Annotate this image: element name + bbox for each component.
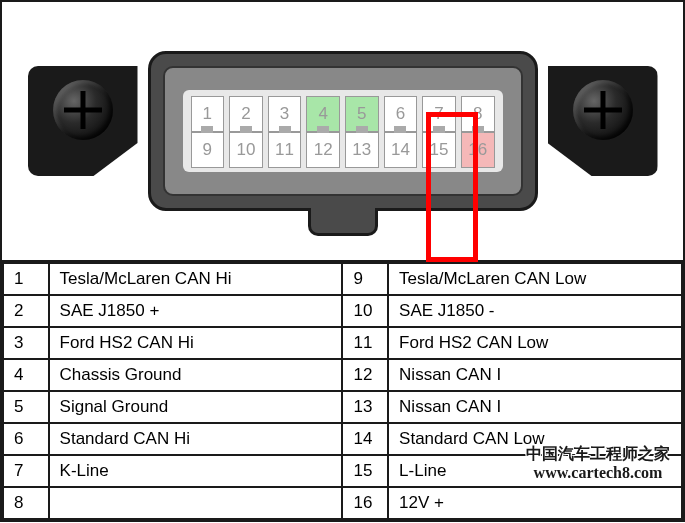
pin-description: Chassis Ground bbox=[49, 359, 343, 391]
pin-description: Ford HS2 CAN Hi bbox=[49, 327, 343, 359]
pin-11: 11 bbox=[268, 132, 302, 168]
pin-9: 9 bbox=[191, 132, 225, 168]
pin-number: 1 bbox=[3, 263, 49, 295]
pin-description bbox=[49, 487, 343, 519]
pin-description: Nissan CAN I bbox=[388, 359, 682, 391]
pin-description: Ford HS2 CAN Low bbox=[388, 327, 682, 359]
pin-description: K-Line bbox=[49, 455, 343, 487]
pin-number: 9 bbox=[342, 263, 388, 295]
pin-number: 8 bbox=[3, 487, 49, 519]
obd-connector: 12345678 910111213141516 bbox=[148, 51, 538, 211]
table-row: 2SAE J1850 +10SAE J1850 - bbox=[3, 295, 682, 327]
watermark-text-2: www.cartech8.com bbox=[534, 464, 663, 481]
screw-icon bbox=[573, 80, 633, 140]
table-row: 5Signal Ground13Nissan CAN I bbox=[3, 391, 682, 423]
pin-number: 16 bbox=[342, 487, 388, 519]
watermark: 中国汽车工程师之家 www.cartech8.com bbox=[526, 444, 670, 482]
pin-number: 12 bbox=[342, 359, 388, 391]
pin-description: Tesla/McLaren CAN Low bbox=[388, 263, 682, 295]
pin-description: SAE J1850 + bbox=[49, 295, 343, 327]
connector-body: 12345678 910111213141516 bbox=[148, 51, 538, 211]
pin-description: Signal Ground bbox=[49, 391, 343, 423]
table-row: 81612V + bbox=[3, 487, 682, 519]
connector-inner: 12345678 910111213141516 bbox=[163, 66, 523, 196]
pin-number: 10 bbox=[342, 295, 388, 327]
screw-icon bbox=[53, 80, 113, 140]
pin-description: Standard CAN Hi bbox=[49, 423, 343, 455]
pin-14: 14 bbox=[384, 132, 418, 168]
connector-diagram: 12345678 910111213141516 bbox=[2, 2, 683, 262]
pin-number: 15 bbox=[342, 455, 388, 487]
table-row: 1Tesla/McLaren CAN Hi9Tesla/McLaren CAN … bbox=[3, 263, 682, 295]
pin-number: 13 bbox=[342, 391, 388, 423]
pin-number: 11 bbox=[342, 327, 388, 359]
right-bracket bbox=[548, 66, 658, 176]
pin-number: 3 bbox=[3, 327, 49, 359]
pin-description: Nissan CAN I bbox=[388, 391, 682, 423]
table-row: 4Chassis Ground12Nissan CAN I bbox=[3, 359, 682, 391]
pin-highlight-6-14 bbox=[426, 112, 478, 262]
pin-description: SAE J1850 - bbox=[388, 295, 682, 327]
left-bracket bbox=[28, 66, 138, 176]
pin-number: 14 bbox=[342, 423, 388, 455]
pin-area: 12345678 910111213141516 bbox=[183, 90, 503, 172]
pin-12: 12 bbox=[306, 132, 340, 168]
pin-10: 10 bbox=[229, 132, 263, 168]
watermark-text-1: 中国汽车工程师之家 bbox=[526, 445, 670, 462]
connector-tab bbox=[308, 208, 378, 236]
table-row: 3Ford HS2 CAN Hi11Ford HS2 CAN Low bbox=[3, 327, 682, 359]
pin-description: Tesla/McLaren CAN Hi bbox=[49, 263, 343, 295]
pin-number: 7 bbox=[3, 455, 49, 487]
pin-number: 2 bbox=[3, 295, 49, 327]
pin-13: 13 bbox=[345, 132, 379, 168]
pin-number: 5 bbox=[3, 391, 49, 423]
pin-number: 6 bbox=[3, 423, 49, 455]
pin-number: 4 bbox=[3, 359, 49, 391]
pin-description: 12V + bbox=[388, 487, 682, 519]
